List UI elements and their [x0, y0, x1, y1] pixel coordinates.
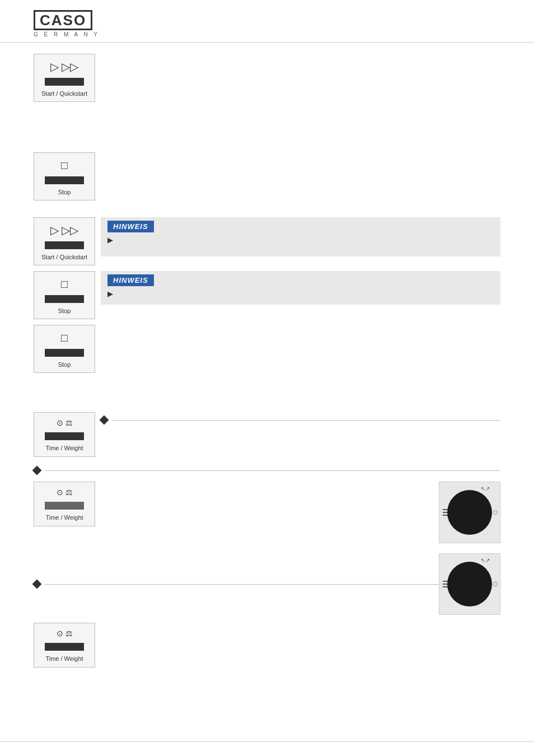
button-bar-tw-2: [45, 502, 84, 510]
diamond-icon-2: [32, 580, 42, 589]
start-quickstart-button-2[interactable]: ▷ ▷▷ Start / Quickstart: [34, 217, 95, 265]
logo: CASO G E R M A N Y: [34, 10, 500, 38]
button-bar-stop-2: [45, 349, 84, 357]
time-weight-button-2[interactable]: ⊙ ⚖ Time / Weight: [34, 482, 95, 526]
weight-icon-1: ⚖: [65, 418, 73, 428]
diamond-icon-1: [100, 416, 109, 425]
hinweis-stop-right: HINWEIS ▶: [101, 271, 500, 305]
time-weight-button-3[interactable]: ⊙ ⚖ Time / Weight: [34, 623, 95, 668]
timer-weight-icon-1: ⊙ ⚖: [57, 418, 73, 428]
knob-widget-2[interactable]: ↖↗: [439, 553, 500, 615]
knob-dot-2: [493, 582, 498, 586]
clock-icon-3: ⊙: [57, 629, 63, 638]
stop-icon-solo: □: [61, 158, 68, 172]
timer-weight-icon-3: ⊙ ⚖: [57, 629, 73, 638]
play-fast-icon: ▷ ▷▷: [50, 60, 79, 73]
knob-dot-1: [493, 510, 498, 515]
time-weight-button-1[interactable]: ⊙ ⚖ Time / Weight: [34, 412, 95, 457]
stop-icon-2: □: [61, 331, 68, 344]
footer-line: [0, 741, 534, 753]
knob-circle-1[interactable]: [447, 490, 492, 535]
button-bar-start-2: [45, 241, 84, 249]
main-content: ▷ ▷▷ Start / Quickstart □ Stop ▷ ▷▷ Star…: [0, 43, 534, 719]
stop-label-1: Stop: [58, 307, 71, 314]
weight-icon-3: ⚖: [65, 629, 73, 638]
diamond-knob-row: ↖↗: [34, 550, 500, 618]
hinweis-panel-1: HINWEIS ▶: [101, 217, 500, 256]
start-quickstart-label: Start / Quickstart: [41, 90, 87, 97]
hinweis-title-2: HINWEIS: [107, 274, 154, 286]
stop-button-solo[interactable]: □ Stop: [34, 152, 95, 200]
clock-icon-2: ⊙: [57, 488, 63, 497]
section-start-hinweis: ▷ ▷▷ Start / Quickstart HINWEIS ▶: [34, 217, 500, 265]
button-bar-decoration: [45, 78, 84, 86]
knob-widget-1[interactable]: ↖↗: [439, 482, 500, 543]
button-bar-tw-1: [45, 432, 84, 440]
section-stop-hinweis: □ Stop HINWEIS ▶: [34, 271, 500, 319]
start-quickstart-button[interactable]: ▷ ▷▷ Start / Quickstart: [34, 54, 95, 102]
header: CASO G E R M A N Y: [0, 0, 534, 43]
tw-diamond-line-1: [95, 412, 500, 423]
time-weight-label-1: Time / Weight: [45, 445, 83, 451]
tw-row-3: ⊙ ⚖ Time / Weight: [34, 623, 500, 668]
logo-text: CASO: [34, 10, 92, 30]
start-quickstart-label-2: Start / Quickstart: [41, 254, 87, 260]
timer-weight-icon-2: ⊙ ⚖: [57, 488, 73, 497]
hinweis-arrow-2: ▶: [107, 290, 494, 298]
hinweis-panel-2: HINWEIS ▶: [101, 271, 500, 305]
knob-circle-2[interactable]: [447, 562, 492, 606]
knob-arrow-1: ↖↗: [481, 486, 490, 492]
stop-buttons-stack: □ Stop: [34, 271, 95, 319]
button-bar-tw-3: [45, 643, 84, 651]
logo-country: G E R M A N Y: [34, 31, 100, 38]
stop-button-2[interactable]: □ Stop: [34, 325, 95, 373]
hinweis-arrow-1: ▶: [107, 236, 494, 244]
time-weight-label-2: Time / Weight: [45, 514, 83, 521]
section-stop-2-row: □ Stop: [34, 325, 500, 373]
stop-label-2: Stop: [58, 361, 71, 368]
diamond-icon-standalone: [32, 466, 42, 475]
tw-row-1: ⊙ ⚖ Time / Weight: [34, 412, 500, 457]
diamond-line-2: [45, 584, 439, 585]
stop-label-solo: Stop: [58, 189, 71, 195]
knob-arrow-2: ↖↗: [481, 557, 490, 563]
play-fast-icon-2: ▷ ▷▷: [50, 223, 79, 237]
button-bar-stop-1: [45, 295, 84, 303]
tw-row-2: ⊙ ⚖ Time / Weight ↖↗: [34, 482, 500, 543]
section-start: ▷ ▷▷ Start / Quickstart: [34, 54, 500, 102]
button-bar-stop-solo: [45, 176, 84, 184]
stop-icon-1: □: [61, 277, 68, 291]
clock-icon-1: ⊙: [57, 418, 63, 428]
hinweis-title-1: HINWEIS: [107, 221, 154, 232]
weight-icon-2: ⚖: [65, 488, 73, 497]
section-stop-alone: □ Stop: [34, 152, 500, 200]
stop-button-1[interactable]: □ Stop: [34, 271, 95, 319]
diamond-line-standalone: [45, 470, 500, 471]
time-weight-label-3: Time / Weight: [45, 655, 83, 662]
tw-line-1: [112, 420, 500, 421]
diamond-standalone-row: [34, 464, 500, 477]
